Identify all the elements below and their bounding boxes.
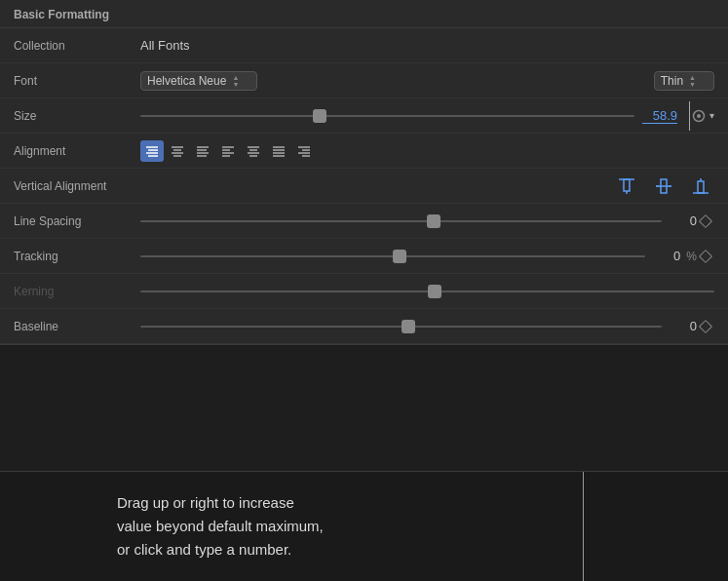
tracking-value[interactable]: 0 bbox=[651, 249, 680, 263]
font-label: Font bbox=[14, 74, 140, 88]
baseline-row: Baseline 0 bbox=[0, 309, 728, 344]
svg-rect-31 bbox=[624, 179, 630, 191]
alignment-content bbox=[140, 140, 714, 162]
size-label: Size bbox=[14, 109, 140, 123]
tracking-slider-track[interactable] bbox=[140, 255, 645, 257]
size-keyframe-button[interactable] bbox=[690, 107, 708, 125]
align-center-button[interactable] bbox=[242, 140, 265, 162]
kerning-content bbox=[140, 290, 714, 292]
align-right-indent-icon bbox=[195, 143, 211, 159]
collection-row: Collection All Fonts bbox=[0, 28, 728, 63]
font-weight-value: Thin bbox=[661, 74, 683, 88]
kerning-slider-track[interactable] bbox=[140, 290, 714, 292]
baseline-keyframe-button[interactable] bbox=[697, 318, 714, 335]
alignment-row: Alignment bbox=[0, 134, 728, 169]
line-spacing-keyframe-button[interactable] bbox=[697, 213, 714, 230]
baseline-value[interactable]: 0 bbox=[668, 319, 697, 333]
tracking-slider-thumb[interactable] bbox=[393, 250, 406, 263]
align-center-icon bbox=[246, 143, 261, 159]
align-center-indent-icon bbox=[170, 143, 185, 159]
svg-rect-38 bbox=[698, 181, 704, 193]
font-name-value: Helvetica Neue bbox=[147, 74, 226, 88]
baseline-slider-thumb[interactable] bbox=[402, 320, 415, 333]
line-spacing-row: Line Spacing 0 bbox=[0, 204, 728, 239]
vert-align-top-icon bbox=[617, 176, 636, 196]
size-value[interactable]: 58.9 bbox=[642, 108, 677, 124]
align-right-icon bbox=[296, 143, 312, 159]
size-slider-track[interactable] bbox=[140, 115, 634, 117]
tooltip-text: Drag up or right to increasevalue beyond… bbox=[117, 494, 324, 558]
tooltip-box: Drag up or right to increasevalue beyond… bbox=[0, 471, 728, 581]
line-spacing-slider-track[interactable] bbox=[140, 220, 662, 222]
tracking-diamond-icon bbox=[699, 249, 712, 262]
font-weight-select[interactable]: Thin ▲ ▼ bbox=[654, 71, 714, 91]
vert-align-bottom-icon bbox=[691, 176, 710, 196]
baseline-slider-track[interactable] bbox=[140, 326, 662, 328]
kerning-label: Kerning bbox=[14, 285, 140, 298]
line-spacing-slider-thumb[interactable] bbox=[427, 214, 441, 228]
collection-value[interactable]: All Fonts bbox=[140, 38, 190, 53]
font-row: Font Helvetica Neue ▲ ▼ Thin ▲ ▼ bbox=[0, 63, 728, 98]
font-weight-arrows: ▲ ▼ bbox=[689, 74, 696, 88]
basic-formatting-panel: Basic Formatting Collection All Fonts Fo… bbox=[0, 0, 728, 345]
font-name-select[interactable]: Helvetica Neue ▲ ▼ bbox=[140, 71, 257, 91]
kerning-slider-thumb[interactable] bbox=[428, 285, 441, 298]
size-slider-thumb[interactable] bbox=[313, 109, 326, 123]
kerning-row: Kerning bbox=[0, 274, 728, 309]
size-gear-icon bbox=[692, 109, 706, 123]
collection-label: Collection bbox=[14, 39, 140, 53]
tracking-keyframe-button[interactable] bbox=[697, 248, 714, 265]
size-slider-wrapper: 58.9 bbox=[140, 101, 690, 131]
align-center-indent-button[interactable] bbox=[166, 140, 189, 162]
alignment-label: Alignment bbox=[14, 144, 140, 158]
line-spacing-label: Line Spacing bbox=[14, 214, 140, 228]
font-name-arrows: ▲ ▼ bbox=[232, 74, 239, 88]
align-justify-icon bbox=[271, 143, 287, 159]
vert-align-middle-button[interactable] bbox=[650, 173, 677, 200]
align-left-icon bbox=[220, 143, 236, 159]
size-row: Size 58.9 ▾ bbox=[0, 98, 728, 134]
vertical-alignment-label: Vertical Alignment bbox=[14, 179, 140, 193]
vertical-alignment-row: Vertical Alignment bbox=[0, 169, 728, 204]
align-left-indent-button[interactable] bbox=[140, 140, 164, 162]
align-right-indent-button[interactable] bbox=[191, 140, 214, 162]
tracking-label: Tracking bbox=[14, 250, 140, 263]
baseline-diamond-icon bbox=[699, 319, 712, 332]
collection-content: All Fonts bbox=[140, 38, 714, 53]
tracking-row: Tracking 0 % bbox=[0, 239, 728, 274]
tracking-content: 0 % bbox=[140, 249, 697, 263]
line-spacing-content: 0 bbox=[140, 213, 697, 228]
tooltip-connector-line bbox=[583, 472, 584, 581]
section-title: Basic Formatting bbox=[0, 0, 728, 28]
align-left-indent-icon bbox=[144, 143, 160, 159]
size-expand-button[interactable]: ▾ bbox=[709, 110, 714, 121]
font-row-content: Helvetica Neue ▲ ▼ Thin ▲ ▼ bbox=[140, 71, 714, 91]
vert-align-middle-icon bbox=[654, 176, 673, 196]
baseline-content: 0 bbox=[140, 319, 697, 333]
line-spacing-value[interactable]: 0 bbox=[668, 213, 697, 228]
vert-align-bottom-button[interactable] bbox=[687, 173, 714, 200]
svg-point-1 bbox=[697, 114, 701, 118]
line-spacing-diamond-icon bbox=[699, 213, 712, 227]
align-justify-button[interactable] bbox=[267, 140, 290, 162]
tracking-unit: % bbox=[686, 250, 697, 263]
vertical-alignment-content bbox=[140, 173, 714, 200]
align-left-button[interactable] bbox=[216, 140, 240, 162]
align-right-button[interactable] bbox=[292, 140, 316, 162]
baseline-label: Baseline bbox=[14, 320, 140, 333]
vert-align-top-button[interactable] bbox=[613, 173, 640, 200]
size-content: 58.9 bbox=[140, 101, 690, 131]
